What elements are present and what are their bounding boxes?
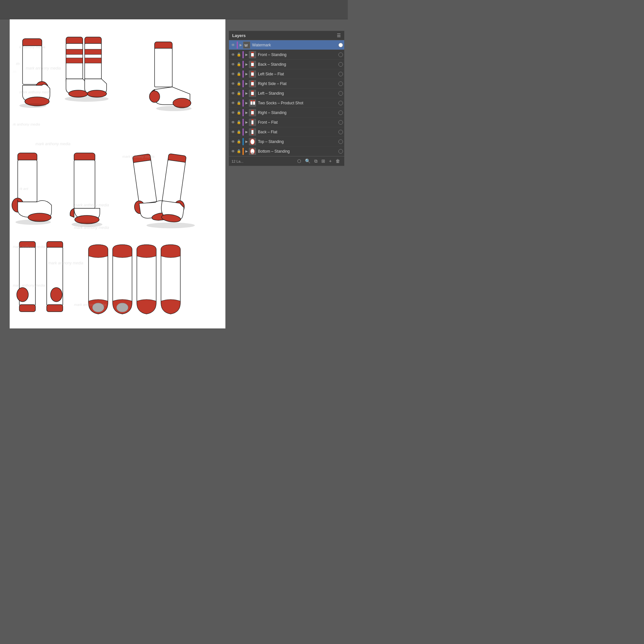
layer-expand-icon[interactable]: ▶ [244,149,249,153]
layer-lock-icon[interactable]: 🔒 [236,110,242,115]
layer-name: Two Socks – Product Shot [258,101,337,105]
svg-rect-73 [251,101,252,105]
layer-lock-icon[interactable]: 🔒 [236,139,242,144]
new-artboard-button[interactable]: ⬡ [296,158,303,165]
layer-name: Watermark [252,43,337,47]
layer-expand-icon[interactable]: ▶ [244,120,249,124]
layer-lock-icon[interactable]: 🔒 [236,81,242,86]
layer-row[interactable]: 👁 🔒 ▶ Two Socks – Product Shot [229,98,344,108]
layer-name: Front – Flat [258,120,337,125]
layer-target-icon[interactable] [338,72,343,76]
svg-point-4 [19,103,46,108]
layer-expand-icon[interactable]: ▶ [244,140,249,143]
svg-rect-60 [251,71,254,72]
layer-row[interactable]: 👁 🔒 ▶ Left – Standing [229,89,344,98]
svg-rect-13 [85,58,101,63]
layer-row[interactable]: 👁 🔒 ▶ Back – Standing [229,60,344,69]
layer-target-icon[interactable] [338,130,343,134]
svg-rect-64 [251,81,254,82]
layer-visibility-icon[interactable]: 👁 [230,101,236,105]
layer-lock-icon[interactable]: 🔒 [236,130,242,134]
layer-row[interactable]: 👁 🔒 ▶ Bottom – Standing [229,147,344,156]
layer-lock-icon[interactable]: 🔒 [236,91,242,95]
layer-lock-icon[interactable]: 🔒 [236,149,242,153]
svg-rect-72 [251,100,252,101]
layer-row[interactable]: 👁 🔒 ▶ Front – Standing [229,50,344,60]
layer-visibility-icon[interactable]: 👁 [230,91,236,96]
svg-rect-8 [66,58,83,63]
layer-visibility-icon[interactable]: 👁 [230,43,236,47]
svg-point-92 [251,152,254,154]
layer-target-icon[interactable] [338,62,343,67]
layer-lock-icon[interactable]: 🔒 [236,52,242,57]
layer-target-icon[interactable] [338,110,343,115]
svg-point-41 [17,288,28,302]
layer-thumbnail: W [243,42,250,49]
layer-lock-icon[interactable]: 🔒 [236,101,242,105]
svg-rect-69 [251,92,254,95]
layer-expand-icon[interactable]: ▶ [244,101,249,105]
layer-target-icon[interactable] [338,139,343,144]
layer-row[interactable]: 👁 🔒 ▶ Right Side – Flat [229,79,344,89]
layers-header: Layers ☰ [229,31,344,40]
layer-expand-icon[interactable]: ▶ [244,130,249,134]
layer-name: Left – Standing [258,91,337,96]
layer-name: Back – Standing [258,62,337,67]
merge-layers-button[interactable]: ⊞ [320,158,327,165]
layer-target-icon[interactable] [338,91,343,96]
layer-row[interactable]: 👁 🔒 ▶ Front – Flat [229,118,344,127]
layer-target-icon[interactable] [338,101,343,105]
layer-lock-icon[interactable]: 🔒 [236,62,242,66]
layer-visibility-icon[interactable]: 👁 [230,62,236,67]
layer-expand-icon[interactable]: ▶ [244,111,249,114]
layer-target-icon[interactable] [338,120,343,125]
svg-point-38 [147,223,195,228]
layer-row[interactable]: 👁 🔒 ▶ Back – Flat [229,127,344,137]
layer-visibility-icon[interactable]: 👁 [230,110,236,115]
canvas-area: k anthony media m m mark anthony media m… [10,19,225,328]
layer-expand-icon[interactable]: ▶ [239,43,243,47]
layer-target-icon[interactable] [338,43,343,47]
svg-rect-82 [251,120,253,124]
layer-row[interactable]: 👁 ▶ W Watermark [229,40,344,50]
search-layers-button[interactable]: 🔍 [303,158,312,165]
layer-visibility-icon[interactable]: 👁 [230,149,236,154]
layer-lock-icon[interactable]: 🔒 [236,72,242,76]
layer-name: Top – Standing [258,139,337,144]
layer-row[interactable]: 👁 🔒 ▶ Right – Standing [229,108,344,118]
layer-visibility-icon[interactable]: 👁 [230,120,236,125]
layer-expand-icon[interactable]: ▶ [244,62,249,66]
svg-rect-61 [251,72,254,76]
layer-thumbnail [249,80,256,87]
svg-rect-27 [74,160,95,208]
layer-name: Right Side – Flat [258,81,337,86]
layer-expand-icon[interactable]: ▶ [244,53,249,56]
layer-expand-icon[interactable]: ▶ [244,82,249,85]
layers-footer-buttons: ⬡ 🔍 ⧉ ⊞ + 🗑 [296,158,342,165]
layer-visibility-icon[interactable]: 👁 [230,139,236,144]
svg-rect-66 [251,85,254,86]
layer-visibility-icon[interactable]: 👁 [230,72,236,76]
svg-point-15 [65,96,109,102]
layer-visibility-icon[interactable]: 👁 [230,81,236,86]
layer-target-icon[interactable] [338,149,343,154]
layer-visibility-icon[interactable]: 👁 [230,52,236,57]
layer-row[interactable]: 👁 🔒 ▶ Top – Standing [229,137,344,147]
layers-list: 👁 ▶ W Watermark 👁 🔒 ▶ Front – Standing 👁… [229,40,344,156]
layer-visibility-icon[interactable]: 👁 [230,130,236,134]
layer-count: 12 La... [232,159,243,163]
svg-rect-79 [251,114,254,115]
copy-layer-button[interactable]: ⧉ [313,158,319,165]
delete-layer-button[interactable]: 🗑 [334,158,342,165]
add-layer-button[interactable]: + [327,158,333,165]
svg-text:W: W [244,43,248,47]
layer-target-icon[interactable] [338,81,343,86]
layer-row[interactable]: 👁 🔒 ▶ Left Side – Flat [229,69,344,79]
layers-menu-icon[interactable]: ☰ [337,33,341,38]
layer-target-icon[interactable] [338,52,343,57]
layer-lock-icon[interactable]: 🔒 [236,120,242,124]
layer-name: Right – Standing [258,110,337,115]
layer-expand-icon[interactable]: ▶ [244,91,249,95]
layer-thumbnail [249,148,256,155]
layer-expand-icon[interactable]: ▶ [244,72,249,76]
